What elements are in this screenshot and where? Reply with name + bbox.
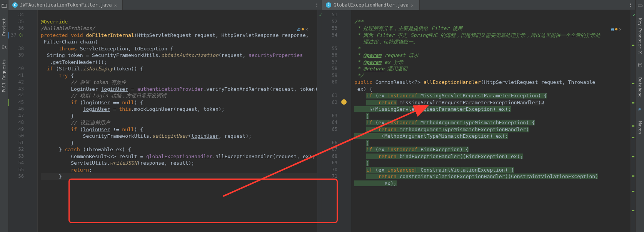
tab-jwt-filter[interactable]: C JWTAuthenticationTokenFilter.java ✕ [8, 0, 123, 10]
svg-point-6 [638, 63, 642, 64]
editor-right[interactable]: 5152535455565758596061626364656667686970… [322, 10, 635, 232]
java-class-icon: C [326, 2, 331, 8]
java-class-icon: C [12, 2, 18, 8]
error-stripe[interactable]: ✓ [317, 10, 322, 232]
editor-left[interactable]: 34353637 0↑38394041424344454647484950515… [8, 10, 322, 232]
close-icon[interactable]: ✕ [411, 3, 415, 7]
maven-icon[interactable]: m [637, 106, 643, 113]
checkmark-icon: ✓ [319, 12, 322, 18]
floating-run-widget[interactable]: m✕ [611, 25, 624, 33]
left-tab-project[interactable]: Project [2, 17, 7, 37]
checkmark-icon: ✓ [633, 12, 635, 18]
tabbar-more-icon[interactable]: ⋮ [628, 2, 633, 7]
svg-point-2 [2, 45, 3, 47]
editor-pane-left: C JWTAuthenticationTokenFilter.java ✕ ⋮ … [8, 0, 322, 232]
right-tab-database[interactable]: Database [637, 76, 642, 99]
left-toolbar: Project Pull Requests [0, 0, 8, 232]
editor-splitter: C JWTAuthenticationTokenFilter.java ✕ ⋮ … [8, 0, 636, 232]
close-icon[interactable]: ✕ [619, 27, 622, 32]
left-tab-pull-requests[interactable]: Pull Requests [2, 58, 7, 94]
svg-point-4 [5, 48, 6, 49]
editor-pane-right: C GlobalExceptionHandler.java ✕ ⋮ 515253… [322, 0, 636, 232]
tab-label: GlobalExceptionHandler.java [334, 2, 409, 8]
tab-label: JWTAuthenticationTokenFilter.java [20, 2, 112, 8]
svg-rect-5 [638, 5, 642, 7]
svg-rect-1 [2, 4, 3, 5]
pull-requests-icon[interactable] [2, 44, 7, 51]
code-area[interactable]: @Override/NullableProblems/protected voi… [38, 10, 317, 232]
project-toolwin-icon[interactable] [2, 3, 7, 10]
right-tab-maven[interactable]: Maven [637, 120, 642, 135]
line-gutter: 34353637 0↑38394041424344454647484950515… [8, 10, 27, 232]
floating-run-widget[interactable]: m✕ [297, 25, 310, 33]
tabbar-right: C GlobalExceptionHandler.java ✕ ⋮ [322, 0, 635, 10]
tabbar-left: C JWTAuthenticationTokenFilter.java ✕ ⋮ [8, 0, 322, 10]
database-icon[interactable] [637, 62, 643, 69]
tab-global-exception[interactable]: C GlobalExceptionHandler.java ✕ [322, 0, 420, 10]
right-toolbar: Key Promoter X Database m Maven [636, 0, 644, 232]
code-area[interactable]: /** * 处理所有异常，主要是提供给 Filter 使用 * 因为 Filte… [351, 10, 631, 232]
svg-point-3 [2, 48, 3, 49]
tabbar-more-icon[interactable]: ⋮ [314, 2, 319, 7]
fold-gutter [27, 10, 38, 232]
fold-gutter [340, 10, 351, 232]
key-promoter-icon[interactable] [637, 3, 643, 10]
line-gutter: 5152535455565758596061626364656667686970… [322, 10, 340, 232]
ide-root: Project Pull Requests C JWTAuthenticatio… [0, 0, 644, 232]
right-tab-key-promoter[interactable]: Key Promoter X [637, 17, 642, 55]
svg-text:m: m [638, 107, 641, 111]
close-icon[interactable]: ✕ [114, 3, 118, 7]
close-icon[interactable]: ✕ [305, 27, 308, 32]
error-stripe[interactable]: ✓ [631, 10, 635, 232]
